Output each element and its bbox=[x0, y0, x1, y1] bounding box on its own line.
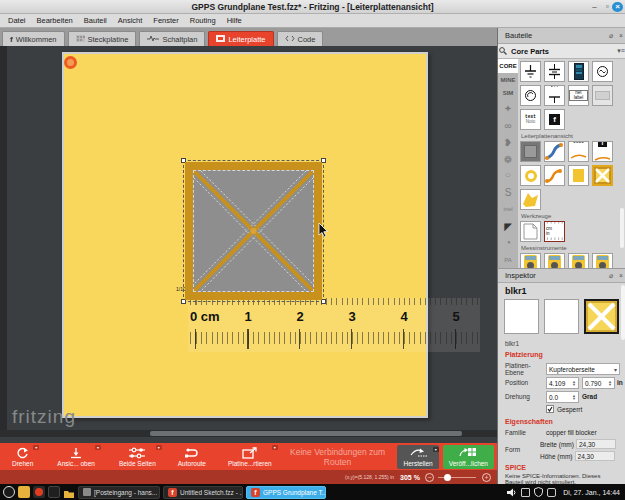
libtab-sim[interactable]: SIM bbox=[498, 87, 518, 101]
ebene-dropdown[interactable]: Kupferoberseite ▾ bbox=[546, 363, 620, 375]
clipboard-tray-icon[interactable] bbox=[521, 488, 530, 497]
chevron-down-icon[interactable]: ▾ bbox=[433, 447, 439, 452]
ruler-part[interactable]: 0 cm 1 2 3 4 5 bbox=[188, 298, 480, 352]
libtab-parallax-icon[interactable]: ❥ bbox=[498, 134, 518, 151]
part-ac-source-icon[interactable] bbox=[592, 61, 613, 82]
libtab-intel-icon[interactable]: intel bbox=[498, 201, 518, 218]
part-trace-icon[interactable] bbox=[544, 165, 565, 186]
taskbar-window-gpps[interactable]: f GPPS Grundplane T... bbox=[246, 486, 326, 499]
libtab-arduino-icon[interactable]: ∞ bbox=[498, 117, 518, 134]
part-pad-icon[interactable] bbox=[568, 165, 589, 186]
spinner-icon[interactable]: ▲▼ bbox=[572, 394, 576, 400]
close-panel-icon[interactable]: × bbox=[616, 272, 625, 279]
autoroute-button[interactable]: Autoroute bbox=[172, 443, 212, 470]
menu-bauteil[interactable]: Bauteil bbox=[84, 16, 107, 25]
hoehe-field[interactable]: 24,30 bbox=[575, 451, 615, 461]
view-from-above-button[interactable]: ▾ Ansic... oben bbox=[51, 443, 101, 470]
publish-button[interactable]: Veröff...lichen bbox=[443, 445, 494, 469]
part-copper-fill-icon[interactable] bbox=[520, 189, 541, 210]
part-text-icon[interactable]: textNoto bbox=[520, 109, 541, 130]
part-faded-board-icon[interactable] bbox=[592, 85, 613, 106]
pcb-canvas[interactable]: 0 cm 1 2 3 4 5 1/100 fritzing bbox=[0, 46, 497, 437]
menu-hilfe[interactable]: Hilfe bbox=[227, 16, 242, 25]
spinner-icon[interactable]: ▲▼ bbox=[572, 380, 576, 386]
breite-field[interactable]: 24,30 bbox=[576, 439, 616, 449]
position-x-field[interactable]: 4.109 ▲▼ bbox=[546, 377, 579, 389]
part-copper-blocker-icon[interactable] bbox=[592, 165, 613, 186]
menu-ansicht[interactable]: Ansicht bbox=[118, 16, 143, 25]
board-hole-icon[interactable] bbox=[64, 56, 77, 69]
libtab-sparkfun-icon[interactable]: S bbox=[498, 184, 518, 201]
export-pcb-button[interactable]: ▾ Platine...rtieren bbox=[222, 443, 278, 470]
part-sine-source-icon[interactable] bbox=[520, 85, 541, 106]
libtab-adafruit-icon[interactable]: ✦ bbox=[498, 100, 518, 117]
part-vcc-icon[interactable]: V++ bbox=[544, 85, 565, 106]
tab-steckplatine[interactable]: Steckplatine bbox=[68, 31, 137, 46]
rotate-button[interactable]: ▾ Drehen bbox=[6, 443, 39, 470]
files-app-icon[interactable] bbox=[18, 486, 30, 498]
zoom-slider-handle[interactable] bbox=[444, 474, 451, 481]
libtab-seeed-icon[interactable]: ❁ bbox=[498, 151, 518, 168]
close-panel-icon[interactable]: × bbox=[616, 32, 625, 39]
folder-app-icon[interactable] bbox=[63, 486, 75, 498]
both-sides-button[interactable]: ▾ Beide Seiten bbox=[113, 443, 162, 470]
float-panel-icon[interactable]: ⌀ bbox=[606, 272, 616, 280]
tab-code[interactable]: Code bbox=[277, 31, 324, 46]
part-via-icon[interactable] bbox=[520, 141, 541, 162]
spinner-icon[interactable]: ▲▼ bbox=[608, 380, 612, 386]
part-silk-logo-icon[interactable]: f bbox=[592, 141, 613, 162]
horizontal-scrollbar[interactable] bbox=[0, 430, 497, 437]
position-y-field[interactable]: 0.790 ▲▼ bbox=[582, 377, 615, 389]
part-silk-text-icon[interactable]: text bbox=[568, 141, 589, 162]
volume-icon[interactable] bbox=[507, 483, 517, 500]
tab-willkommen[interactable]: f Willkommen bbox=[2, 31, 65, 46]
part-microcontroller-icon[interactable] bbox=[568, 61, 589, 82]
part-hole-icon[interactable] bbox=[520, 165, 541, 186]
libtab-mine[interactable]: MINE bbox=[498, 73, 518, 87]
part-jumper-icon[interactable] bbox=[544, 141, 565, 162]
part-battery-icon[interactable] bbox=[544, 61, 565, 82]
chevron-down-icon[interactable]: ▾ bbox=[95, 445, 101, 450]
tab-schaltplan[interactable]: Schaltplan bbox=[139, 31, 205, 46]
part-ruler-icon[interactable]: ╵╵╵╵╵cmin╷╷╷╷╷ bbox=[544, 221, 565, 242]
chevron-down-icon[interactable]: ▾ bbox=[33, 445, 39, 450]
app-menu-icon[interactable] bbox=[3, 486, 15, 498]
zoom-slider[interactable] bbox=[438, 477, 476, 478]
part-logo-icon[interactable]: f bbox=[544, 109, 565, 130]
part-net-label-icon[interactable]: net label bbox=[568, 85, 589, 106]
search-icon[interactable] bbox=[498, 47, 508, 56]
taskbar-window-mail[interactable]: [Posteingang - hans... bbox=[78, 486, 160, 499]
parts-scrollbar[interactable] bbox=[620, 208, 624, 248]
chevron-down-icon[interactable]: ▾ bbox=[272, 445, 278, 450]
close-button[interactable]: × bbox=[612, 2, 623, 12]
chevron-down-icon[interactable]: ▾ bbox=[156, 445, 162, 450]
libtab-picaxe-icon[interactable]: ◤ bbox=[498, 218, 518, 235]
part-ground-icon[interactable] bbox=[520, 61, 541, 82]
tab-leiterplatte[interactable]: Leiterplatte bbox=[208, 31, 273, 46]
part-note-icon[interactable] bbox=[520, 221, 541, 242]
menu-datei[interactable]: Datei bbox=[8, 16, 26, 25]
libtab-pa-icon[interactable]: PA bbox=[498, 251, 518, 268]
parts-menu-icon[interactable]: ▾≡ bbox=[616, 47, 625, 55]
drehung-field[interactable]: 0.0 ▲▼ bbox=[546, 391, 579, 403]
shield-tray-icon[interactable] bbox=[534, 483, 543, 500]
gesperrt-checkbox[interactable] bbox=[546, 405, 554, 413]
scrollbar-thumb[interactable] bbox=[150, 431, 462, 436]
taskbar-window-sketch[interactable]: f Untitled Sketch.fzz - ... bbox=[163, 486, 243, 499]
browser-app-icon[interactable] bbox=[33, 486, 45, 498]
zoom-in-icon[interactable]: + bbox=[482, 473, 491, 482]
libtab-core[interactable]: CORE bbox=[498, 59, 518, 73]
copper-fill-blocker-part[interactable] bbox=[185, 162, 322, 300]
inspector-scrollbar[interactable] bbox=[621, 285, 625, 340]
menu-bearbeiten[interactable]: Bearbeiten bbox=[37, 16, 73, 25]
fabricate-button[interactable]: ▾ Herstellen bbox=[397, 445, 438, 469]
display-tray-icon[interactable] bbox=[547, 488, 556, 497]
libtab-snootlab-icon[interactable]: ⬭ bbox=[498, 167, 518, 184]
zoom-out-icon[interactable]: − bbox=[425, 473, 434, 482]
terminal-app-icon[interactable] bbox=[48, 486, 60, 498]
libtab-misc-icon[interactable]: ◔ bbox=[498, 235, 518, 252]
minimize-button[interactable]: – bbox=[589, 2, 600, 12]
menu-fenster[interactable]: Fenster bbox=[153, 16, 178, 25]
float-panel-icon[interactable]: ⌀ bbox=[606, 32, 616, 40]
menu-routing[interactable]: Routing bbox=[190, 16, 216, 25]
